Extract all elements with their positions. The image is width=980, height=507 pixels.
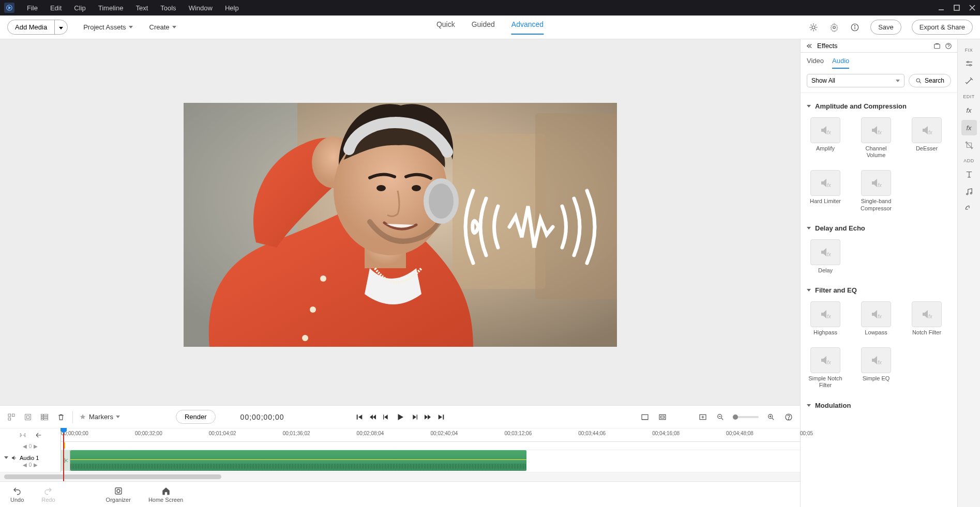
collapse-panel-icon[interactable]	[806, 43, 813, 49]
panel-reset-icon[interactable]	[933, 42, 941, 50]
fx-tab-audio[interactable]: Audio	[832, 57, 849, 69]
timeline-tool-1[interactable]	[6, 412, 17, 422]
tab-quick[interactable]: Quick	[436, 20, 455, 35]
track-next-icon[interactable]: ▶	[34, 443, 38, 449]
fx-effect-item[interactable]: fxNotch Filter	[908, 301, 945, 336]
fx-effect-item[interactable]: fxAmplify	[807, 117, 844, 159]
fx-filter-select[interactable]: Show All	[807, 74, 904, 87]
undo-button[interactable]: Undo	[10, 486, 24, 503]
svg-text:fx: fx	[827, 182, 832, 188]
brightness-icon[interactable]	[808, 22, 819, 33]
tab-advanced[interactable]: Advanced	[511, 20, 544, 35]
home-screen-button[interactable]: Home Screen	[148, 486, 183, 503]
info-icon[interactable]	[850, 22, 860, 33]
adjustments-icon[interactable]	[961, 56, 977, 71]
maximize-button[interactable]	[949, 0, 964, 16]
goto-end-icon[interactable]	[437, 413, 445, 421]
safe-margins-icon[interactable]	[657, 412, 668, 422]
zoom-out-icon[interactable]	[715, 412, 726, 422]
fx-effect-item[interactable]: fxLowpass	[857, 301, 895, 336]
magic-wand-icon[interactable]	[961, 73, 977, 89]
playhead[interactable]	[63, 428, 64, 481]
panel-help-icon[interactable]	[945, 42, 952, 50]
fx-tab-video[interactable]: Video	[807, 57, 824, 69]
fx-category-header[interactable]: Delay and Echo	[807, 221, 951, 235]
music-icon[interactable]	[961, 184, 977, 199]
fx-category-header[interactable]: Modulation	[807, 398, 951, 412]
step-back-icon[interactable]	[382, 413, 390, 421]
minimize-button[interactable]	[933, 0, 949, 16]
menu-clip[interactable]: Clip	[68, 4, 92, 12]
svg-rect-75	[115, 488, 122, 494]
organizer-button[interactable]: Organizer	[106, 486, 131, 503]
svg-text:fx: fx	[928, 130, 933, 135]
svg-rect-56	[443, 414, 444, 419]
selection-tool-icon[interactable]	[17, 429, 28, 441]
rail-section-edit: EDIT	[963, 94, 975, 99]
svg-point-26	[376, 185, 386, 191]
fx-category-header[interactable]: Filter and EQ	[807, 283, 951, 297]
track-prev-icon[interactable]: ◀	[23, 443, 27, 449]
menu-file[interactable]: File	[21, 4, 44, 12]
fx-effect-item[interactable]: fxHard Limiter	[807, 170, 844, 211]
text-tool-icon[interactable]	[961, 166, 977, 182]
timeline-scrollbar[interactable]	[0, 472, 800, 481]
add-media-button[interactable]: Add Media	[7, 20, 68, 35]
ruler-tick: 00;02;08;04	[357, 431, 384, 436]
fit-icon[interactable]	[698, 412, 708, 422]
fx-effect-item[interactable]: fxSimple Notch Filter	[807, 347, 844, 389]
timeline-tool-3[interactable]	[39, 412, 50, 422]
fx-effect-item[interactable]: fxSimple EQ	[857, 347, 895, 389]
fx-category-header[interactable]: Amplitude and Compression	[807, 99, 951, 113]
project-assets-button[interactable]: Project Assets	[77, 20, 139, 34]
svg-rect-42	[44, 416, 48, 418]
create-button[interactable]: Create	[143, 20, 183, 34]
menu-edit[interactable]: Edit	[44, 4, 68, 12]
tab-guided[interactable]: Guided	[472, 20, 495, 35]
speaker-icon[interactable]	[11, 455, 17, 461]
zoom-slider[interactable]	[733, 416, 759, 418]
effects-panel: Effects Video Audio Show All Search Ampl…	[800, 39, 957, 507]
menu-help[interactable]: Help	[219, 4, 245, 12]
fx-effect-item[interactable]: fxDeEsser	[908, 117, 945, 159]
export-share-button[interactable]: Export & Share	[912, 20, 973, 35]
menu-window[interactable]: Window	[183, 4, 219, 12]
graphics-icon[interactable]	[961, 202, 977, 217]
menu-text[interactable]: Text	[129, 4, 154, 12]
ruler-tick: 00;03;12;06	[504, 431, 532, 436]
svg-text:fx: fx	[878, 130, 882, 135]
timeline-tool-2[interactable]	[23, 412, 33, 422]
crop-icon[interactable]	[961, 137, 977, 153]
menu-tools[interactable]: Tools	[154, 4, 182, 12]
fx-search-button[interactable]: Search	[909, 74, 951, 87]
track-next2-icon[interactable]: ▶	[34, 462, 38, 468]
delete-icon[interactable]	[56, 412, 66, 422]
svg-marker-1	[9, 7, 10, 9]
zoom-in-icon[interactable]	[766, 412, 776, 422]
fx-effect-item[interactable]: fxDelay	[807, 239, 844, 274]
fullscreen-icon[interactable]	[640, 412, 650, 422]
track-collapse-icon[interactable]	[4, 456, 8, 459]
fx-effect-item[interactable]: fxSingle-band Compressor	[857, 170, 895, 211]
goto-start-icon[interactable]	[355, 413, 364, 421]
clip-scissors-icon[interactable]	[61, 450, 70, 471]
close-button[interactable]	[964, 0, 980, 16]
fx-effect-item[interactable]: fxChannel Volume	[857, 117, 895, 159]
track-tool-icon[interactable]	[33, 429, 44, 441]
fx-effect-item[interactable]: fxHighpass	[807, 301, 844, 336]
fx-text-icon[interactable]: fx	[961, 102, 977, 118]
audio-clip[interactable]	[70, 450, 526, 471]
render-button[interactable]: Render	[176, 410, 216, 424]
rewind-icon[interactable]	[369, 413, 377, 421]
add-media-dropdown[interactable]	[55, 20, 67, 34]
fast-forward-icon[interactable]	[424, 413, 432, 421]
timeline-help-icon[interactable]	[783, 412, 794, 422]
save-button[interactable]: Save	[870, 20, 901, 35]
track-prev2-icon[interactable]: ◀	[23, 462, 27, 468]
markers-button[interactable]: Markers	[79, 413, 120, 421]
menu-timeline[interactable]: Timeline	[92, 4, 130, 12]
step-forward-icon[interactable]	[410, 413, 418, 421]
fx-star-icon[interactable]: fx	[961, 120, 977, 135]
play-icon[interactable]	[396, 412, 405, 422]
settings-icon[interactable]	[829, 22, 839, 33]
